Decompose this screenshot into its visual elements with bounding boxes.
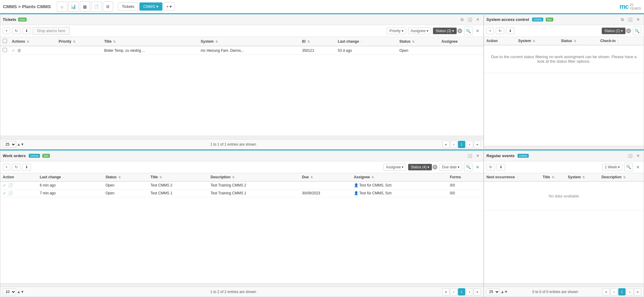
tickets-row-id: 350121 [300,46,335,55]
wo-refresh-btn[interactable]: ↻ [12,164,21,170]
tickets-status-filter[interactable]: Status (3) ▾ [433,28,457,34]
re-table-header-row: Next occurrence ↑ Title ⇅ System ⇅ Descr… [484,173,644,181]
tickets-panel-header: Tickets new ⧉ ⬜ ✕ [0,14,483,25]
tickets-select-all[interactable] [3,39,7,43]
tickets-add-btn[interactable]: + [3,28,10,34]
home-icon[interactable]: ⌂ [57,2,67,12]
wo-expand-btn[interactable]: ⬜ [466,152,473,159]
wo-close-btn[interactable]: ✕ [474,152,481,159]
re-page-1-btn[interactable]: 1 [618,288,626,295]
re-clear-btn[interactable]: ✕ [635,164,641,170]
tickets-refresh-btn[interactable]: ↻ [12,28,21,34]
re-week-filter[interactable]: 1 Week ▾ [602,164,623,170]
tickets-nav-btn[interactable]: Tickets [118,2,138,11]
sac-minimize-btn[interactable]: ⧉ [619,16,626,23]
re-next-page-btn[interactable]: › [626,288,633,295]
tickets-clear-search-btn[interactable]: ✕ [474,28,481,34]
wo-last-page-btn[interactable]: » [474,288,481,295]
tickets-row-checkbox[interactable] [3,48,7,52]
sac-search-btn[interactable]: 🔍 [633,27,641,35]
tickets-download-btn[interactable]: ⬇ [22,28,31,34]
table-row: ✓ 📄 7 min ago Open Test CMMS 1 Test Trai… [0,189,483,197]
tickets-close-btn[interactable]: ✕ [474,16,481,23]
tickets-row-delete-icon[interactable]: 🗑 [17,48,21,53]
tickets-prev-page-btn[interactable]: ‹ [450,141,457,148]
tickets-priority-filter[interactable]: Priority ▾ [387,28,406,34]
sac-add-btn[interactable]: + [486,28,494,34]
wo-row-due [299,181,351,190]
wo-row-check-icon[interactable]: ✓ [3,183,6,188]
cmms-nav-btn[interactable]: CMMS ▾ [139,2,162,11]
wo-due-date-filter[interactable]: Due date ▾ [439,164,462,170]
wo-download-btn[interactable]: ⬇ [22,164,31,170]
tickets-hscroll[interactable] [0,136,483,139]
sac-refresh-btn[interactable]: ↻ [496,28,504,34]
sac-hscroll[interactable] [484,146,644,149]
document-icon[interactable]: 📄 [91,2,102,12]
add-nav-btn[interactable]: + ▾ [164,2,175,11]
re-last-page-btn[interactable]: » [634,288,641,295]
re-col-title: Title ⇅ [540,173,565,181]
tickets-search-btn[interactable]: 🔍 [464,27,472,35]
wo-col-action: Action [0,173,38,181]
re-col-system: System ⇅ [565,173,599,181]
wo-row-doc-icon[interactable]: 📄 [8,191,13,196]
wo-table-header-row: Action Last change ↓ Status ⇅ Title ⇅ De… [0,173,483,181]
tickets-page-size-select[interactable]: 251050 [3,141,16,148]
re-table-wrap: Next occurrence ↑ Title ⇅ System ⇅ Descr… [484,173,644,283]
wo-status-filter[interactable]: Status (4) ▾ [408,164,432,170]
wo-clear-search-btn[interactable]: ✕ [474,164,481,170]
wo-first-page-btn[interactable]: « [442,288,449,295]
re-prev-page-btn[interactable]: ‹ [610,288,618,295]
sac-col-system: System ⇅ [516,37,559,45]
re-download-btn[interactable]: ⬇ [497,164,505,170]
wo-panel-controls: ⬜ ✕ [466,152,481,159]
tickets-row-check-icon[interactable]: ✓ [12,48,15,53]
sac-expand-btn[interactable]: ⬜ [627,16,633,23]
sac-status-filter[interactable]: Status (2) ▾ [602,28,626,34]
tickets-expand-btn[interactable]: ⬜ [466,16,473,23]
tickets-next-page-btn[interactable]: › [466,141,473,148]
re-expand-btn[interactable]: ⬜ [627,152,633,159]
tickets-page-1-btn[interactable]: 1 [458,141,465,148]
wo-status-clear-btn[interactable]: ✕ [433,165,437,170]
wo-prev-page-btn[interactable]: ‹ [450,288,457,295]
tickets-row-priority [56,46,102,55]
sac-download-btn[interactable]: ⬇ [506,28,515,34]
wo-hscroll[interactable] [0,283,483,287]
re-search-btn[interactable]: 🔍 [624,163,633,171]
wo-row-forms: 0/0 [447,181,483,190]
tickets-col-priority: Priority ⇅ [56,37,102,46]
tickets-first-page-btn[interactable]: « [442,141,449,148]
logo: mc 25YEARS [619,3,641,11]
re-page-size-select[interactable]: 251050 [486,289,500,295]
re-hscroll[interactable] [484,283,644,287]
re-col-next-occurrence: Next occurrence ↑ [484,173,540,181]
wo-panel-header: Work orders cmms live ⬜ ✕ [0,150,483,161]
tickets-status-clear-btn[interactable]: ✕ [457,28,462,33]
chart-icon[interactable]: 📊 [68,2,79,12]
re-close-btn[interactable]: ✕ [635,152,641,159]
wo-next-page-btn[interactable]: › [466,288,473,295]
tickets-minimize-btn[interactable]: ⧉ [459,16,465,23]
sac-status-clear-btn[interactable]: ✕ [626,28,631,33]
wo-add-btn[interactable]: + [3,164,10,170]
sac-toolbar: + ↻ ⬇ Status (2) ▾ ✕ 🔍 [484,25,644,37]
sac-close-btn[interactable]: ✕ [635,16,641,23]
settings-icon[interactable]: ⚙ [103,2,113,12]
re-refresh-btn[interactable]: ↻ [486,164,495,170]
tickets-last-page-btn[interactable]: » [474,141,481,148]
wo-assignee-filter[interactable]: Assignee ▾ [383,164,406,170]
re-first-page-btn[interactable]: « [603,288,610,295]
grid-icon[interactable]: ▦ [80,2,90,12]
wo-page-size-select[interactable]: 102550 [3,289,16,295]
sac-panel-header: System access control cmms live ⧉ ⬜ ✕ [484,14,644,25]
re-panel-controls: ⬜ ✕ [627,152,641,159]
wo-row-doc-icon[interactable]: 📄 [8,183,13,188]
wo-search-btn[interactable]: 🔍 [464,163,472,171]
tickets-assignee-filter[interactable]: Assignee ▾ [408,28,431,34]
wo-page-1-btn[interactable]: 1 [458,288,465,295]
wo-row-check-icon[interactable]: ✓ [3,191,6,196]
wo-row-description: Test Training CMMS 1 [208,189,299,197]
re-footer: 251050 ▲▼ 0 to 0 of 0 entries are shown … [484,287,644,297]
